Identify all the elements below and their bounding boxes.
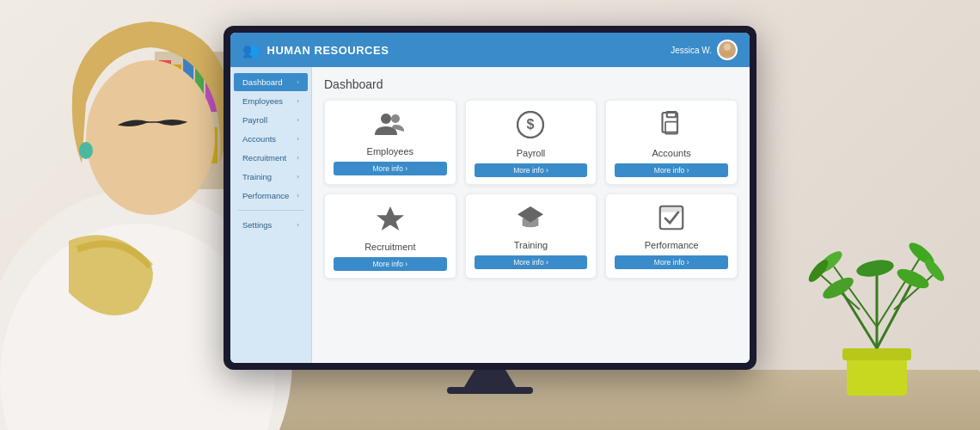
dashboard-title: Dashboard <box>324 77 738 91</box>
card-accounts[interactable]: Accounts More info › <box>605 100 738 185</box>
svg-rect-38 <box>667 111 677 117</box>
plant-decoration <box>808 206 946 396</box>
svg-line-20 <box>877 284 911 348</box>
user-area: Jessica W. <box>671 40 738 60</box>
svg-rect-43 <box>660 206 683 212</box>
training-icon <box>516 205 545 235</box>
monitor-base <box>447 387 533 394</box>
app-title: HUMAN RESOURCES <box>267 44 389 57</box>
sidebar-item-employees[interactable]: Employees › <box>234 92 308 110</box>
employees-icon <box>375 111 406 141</box>
svg-point-33 <box>381 114 391 124</box>
performance-icon <box>658 205 684 235</box>
app-title-area: 👥 HUMAN RESOURCES <box>242 42 389 58</box>
sidebar-divider <box>237 210 304 211</box>
monitor: 👥 HUMAN RESOURCES Jessica W. <box>224 26 756 394</box>
payroll-label: Payroll <box>517 148 546 158</box>
recruitment-more-btn[interactable]: More info › <box>334 257 447 271</box>
chevron-icon: › <box>297 116 299 124</box>
performance-more-btn[interactable]: More info › <box>615 255 728 269</box>
main-content: Dashboard › Employees › Payroll › Acco <box>230 67 750 363</box>
recruitment-icon <box>376 205 405 236</box>
accounts-icon <box>659 111 683 143</box>
svg-point-34 <box>391 114 400 123</box>
chevron-icon: › <box>297 192 299 200</box>
monitor-body: 👥 HUMAN RESOURCES Jessica W. <box>224 26 756 370</box>
sidebar-item-dashboard[interactable]: Dashboard › <box>234 73 308 91</box>
card-payroll[interactable]: $ Payroll More info › <box>465 100 597 185</box>
dashboard-panel: Dashboard <box>312 67 750 363</box>
svg-text:$: $ <box>527 117 535 132</box>
card-training[interactable]: Training More info › <box>465 194 597 279</box>
sidebar-item-payroll[interactable]: Payroll › <box>234 111 308 129</box>
sidebar-item-recruitment[interactable]: Recruitment › <box>234 149 308 167</box>
svg-point-26 <box>855 257 895 279</box>
sidebar-item-training[interactable]: Training › <box>234 168 308 186</box>
recruitment-label: Recruitment <box>364 242 415 252</box>
card-recruitment[interactable]: Recruitment More info › <box>324 194 456 279</box>
sidebar-item-performance[interactable]: Performance › <box>234 187 308 205</box>
svg-point-25 <box>820 273 857 303</box>
chevron-icon: › <box>297 154 299 162</box>
card-performance[interactable]: Performance More info › <box>605 194 738 279</box>
performance-label: Performance <box>645 240 699 250</box>
svg-point-2 <box>86 60 215 215</box>
chevron-icon: › <box>297 221 299 229</box>
accounts-label: Accounts <box>652 148 691 158</box>
svg-point-32 <box>724 44 731 51</box>
accounts-more-btn[interactable]: More info › <box>615 163 728 177</box>
employees-more-btn[interactable]: More info › <box>334 162 447 175</box>
app-header: 👥 HUMAN RESOURCES Jessica W. <box>230 33 750 67</box>
chevron-icon: › <box>297 173 299 181</box>
payroll-more-btn[interactable]: More info › <box>475 163 588 177</box>
user-name: Jessica W. <box>671 46 712 55</box>
training-more-btn[interactable]: More info › <box>475 255 588 269</box>
chevron-icon: › <box>297 78 299 86</box>
sidebar: Dashboard › Employees › Payroll › Acco <box>230 67 312 363</box>
card-employees[interactable]: Employees More info › <box>324 100 456 185</box>
svg-rect-17 <box>842 348 911 360</box>
sidebar-item-accounts[interactable]: Accounts › <box>234 130 308 148</box>
sidebar-item-settings[interactable]: Settings › <box>234 216 308 234</box>
monitor-stand <box>464 370 516 387</box>
svg-point-4 <box>79 142 93 159</box>
user-avatar <box>717 40 738 60</box>
chevron-icon: › <box>297 97 299 105</box>
payroll-icon: $ <box>517 111 544 143</box>
svg-marker-40 <box>377 206 404 230</box>
training-label: Training <box>514 240 548 250</box>
hr-icon: 👥 <box>242 42 260 58</box>
screen: 👥 HUMAN RESOURCES Jessica W. <box>230 33 750 363</box>
chevron-icon: › <box>297 135 299 143</box>
cards-grid: Employees More info › $ <box>324 100 738 279</box>
scene: 👥 HUMAN RESOURCES Jessica W. <box>0 0 980 430</box>
employees-label: Employees <box>367 146 413 157</box>
